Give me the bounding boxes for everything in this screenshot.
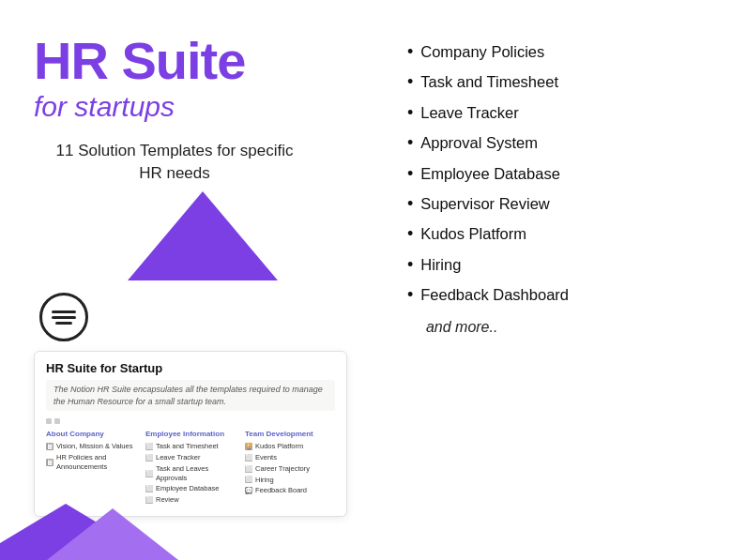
bullet-text-3: Approval System [420,133,538,153]
col-item-feedback: 💬 Feedback Board [245,486,335,495]
notion-mockup: HR Suite for Startup The Notion HR Suite… [34,351,347,517]
mockup-icon-bar [46,418,335,424]
list-item-hiring: Hiring [407,254,719,276]
item-icon-kudos: 🏆 [245,443,252,450]
bullet-text-8: Feedback Dashboard [420,285,569,305]
mockup-col-about: About Company 📋 Vision, Mission & Values… [46,430,136,507]
notion-line-1 [52,310,76,313]
bullet-text-4: Employee Database [420,164,560,184]
list-item-company-policies: Company Policies [407,41,719,63]
col-item-kudos: 🏆 Kudos Platform [245,442,335,451]
col-item-emp-db: ⬜ Employee Database [145,484,236,493]
item-icon-approvals: ⬜ [145,470,153,477]
item-text-vision: Vision, Mission & Values [56,442,132,451]
purple-triangle [128,191,278,280]
mockup-columns: About Company 📋 Vision, Mission & Values… [46,430,335,507]
col-item-hiring: ⬜ Hiring [245,476,335,485]
mockup-col-team: Team Development 🏆 Kudos Platform ⬜ Even… [245,430,335,507]
item-icon-career: ⬜ [245,465,252,473]
right-panel: Company Policies Task and Timesheet Leav… [389,0,747,560]
col-item-hr-policies: 📋 HR Policies and Announcements [46,453,136,472]
mockup-description: The Notion HR Suite encapsulates all the… [46,380,335,411]
and-more-text: and more.. [426,319,719,336]
left-panel: HR Suite for startups 11 Solution Templa… [0,0,389,560]
item-text-events: Events [255,453,277,462]
bottom-triangle-2 [47,508,178,560]
list-item-leave-tracker: Leave Tracker [407,102,719,124]
item-text-empdb: Employee Database [156,484,220,493]
list-item-kudos-platform: Kudos Platform [407,223,719,245]
notion-line-3 [55,322,72,325]
item-text-feedback: Feedback Board [255,486,307,495]
list-item-task-timesheet: Task and Timesheet [407,71,719,93]
col-item-career: ⬜ Career Trajectory [245,464,335,474]
subtitle-for-startups: for startups [34,91,360,123]
bullet-text-1: Task and Timesheet [420,72,558,92]
notion-logo [39,293,360,341]
item-icon-review: ⬜ [145,496,153,504]
item-text-leave: Leave Tracker [156,453,201,462]
title-hr-suite: HR Suite [34,34,360,89]
item-text-kudos: Kudos Platform [255,442,303,451]
list-item-employee-database: Employee Database [407,163,719,185]
list-item-feedback-dashboard: Feedback Dashboard [407,284,719,306]
list-item-approval-system: Approval System [407,132,719,154]
item-text-career: Career Trajectory [255,464,310,474]
bullet-text-6: Kudos Platform [420,224,526,244]
item-icon-vision: 📋 [46,443,53,450]
item-text-hrpolicies: HR Policies and Announcements [56,453,136,472]
mockup-title: HR Suite for Startup [46,361,335,375]
col-header-employee: Employee Information [145,430,236,438]
col-header-about: About Company [46,430,136,438]
mockup-col-employee: Employee Information ⬜ Task and Timeshee… [145,430,236,507]
item-text-task: Task and Timesheet [156,442,219,451]
item-icon-feedback: 💬 [245,487,252,494]
col-item-events: ⬜ Events [245,453,335,462]
item-icon-events: ⬜ [245,454,252,462]
item-icon-task: ⬜ [145,443,153,450]
bullet-text-0: Company Policies [420,42,544,62]
col-item-leave-tracker: ⬜ Leave Tracker [145,453,236,462]
feature-list: Company Policies Task and Timesheet Leav… [407,41,719,315]
item-text-hiring: Hiring [255,476,274,485]
triangle-decoration [34,191,360,276]
bullet-text-2: Leave Tracker [420,103,519,123]
col-item-approvals: ⬜ Task and Leaves Approvals [145,464,236,483]
col-header-team: Team Development [245,430,335,438]
description-text: 11 Solution Templates for specific HR ne… [43,140,306,186]
bullet-text-7: Hiring [420,255,461,275]
notion-line-2 [52,316,76,319]
bottom-decoration [0,504,188,560]
item-icon-hiring: ⬜ [245,476,252,483]
item-icon-leave: ⬜ [145,454,153,462]
item-icon-hrpolicies: 📋 [46,459,53,466]
bullet-text-5: Supervisor Review [420,194,550,214]
col-item-vision: 📋 Vision, Mission & Values [46,442,136,451]
item-icon-empdb: ⬜ [145,485,153,492]
mockup-dot-2 [54,418,60,424]
col-item-task-timesheet: ⬜ Task and Timesheet [145,442,236,451]
mockup-dot-1 [46,418,52,424]
item-text-approvals: Task and Leaves Approvals [156,464,236,483]
list-item-supervisor-review: Supervisor Review [407,193,719,215]
